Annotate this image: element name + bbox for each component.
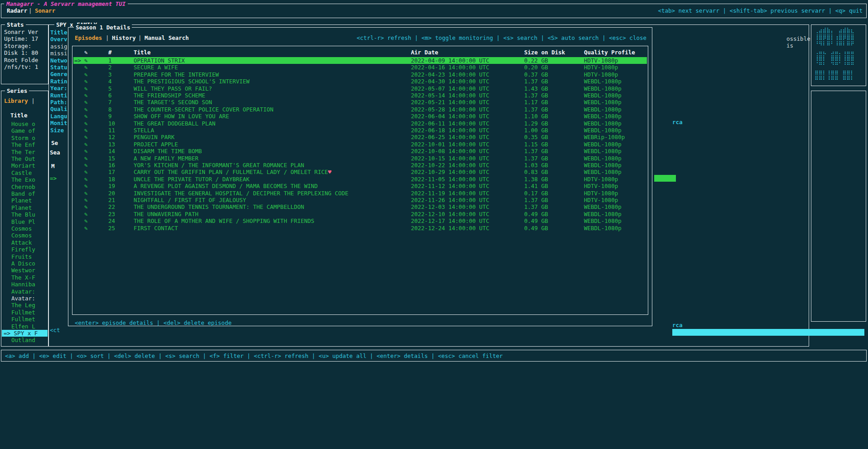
episode-row[interactable]: ✎10THE GREAT DODGEBALL PLAN2022-06-11 14…: [73, 120, 647, 127]
stats-line: Root Folde: [4, 57, 47, 63]
episode-row[interactable]: ✎25FIRST CONTACT2022-12-24 14:00:00 UTC0…: [73, 225, 647, 232]
detail-field-fragment: Genre: [50, 71, 68, 77]
series-item[interactable]: Storm o: [2, 135, 48, 141]
series-item[interactable]: => SPY x F: [2, 330, 48, 337]
managarr-logo-art: ⢀⣴⣾⣷⡄⠀⣴⣾⣷⣆⠀ ⢸⣿⡿⣿⡇⢰⣿⡿⣿⣿⠀ ⠘⠻⠇⠿⠃⠸⠿⠇⠿⠟⠀ ⢀⣤⣄⠀…: [815, 27, 866, 82]
episode-row[interactable]: ✎3PREPARE FOR THE INTERVIEW2022-04-23 14…: [73, 71, 647, 78]
episode-row[interactable]: ✎14DISARM THE TIME BOMB2022-10-08 14:00:…: [73, 148, 647, 154]
episode-row[interactable]: ✎7THE TARGET'S SECOND SON2022-05-21 14:0…: [73, 99, 647, 106]
episode-row[interactable]: =>✎1OPERATION STRIX2022-04-09 14:00:00 U…: [73, 57, 647, 64]
episode-row[interactable]: ✎16YOR'S KITCHEN / THE INFORMANT'S GREAT…: [73, 162, 647, 169]
series-item[interactable]: Outland: [2, 337, 48, 343]
series-item[interactable]: House o: [2, 121, 48, 127]
series-item[interactable]: The Enf: [2, 141, 48, 148]
episode-row[interactable]: ✎13PROJECT APPLE2022-10-01 14:00:00 UTC1…: [73, 141, 647, 148]
episode-title: FIRST CONTACT: [134, 225, 178, 232]
episode-size: 0.17 GB: [524, 190, 548, 197]
title-column-header: Title: [134, 49, 151, 56]
episode-quality-profile: HDTV-1080p: [584, 71, 618, 78]
episode-row[interactable]: ✎17CARRY OUT THE GRIFFIN PLAN / FULLMETA…: [73, 169, 647, 175]
series-item[interactable]: Blue Pl: [2, 218, 48, 225]
tab-radarr[interactable]: Radarr: [7, 7, 27, 14]
episode-size: 1.37 GB: [524, 148, 548, 154]
series-item[interactable]: Castle: [2, 169, 48, 176]
series-panel: Series Library | Title House oGame ofSto…: [1, 91, 48, 347]
episode-size: 1.37 GB: [524, 203, 548, 210]
episode-row[interactable]: ✎19A REVENGE PLOT AGAINST DESMOND / MAMA…: [73, 183, 647, 189]
tab-manual-search[interactable]: Manual Search: [145, 34, 189, 41]
episode-air-date: 2022-10-15 14:00:00 UTC: [411, 155, 489, 162]
episode-row[interactable]: ✎12PENGUIN PARK2022-06-25 14:00:00 UTC0.…: [73, 134, 647, 140]
tab-sonarr[interactable]: Sonarr: [35, 7, 55, 14]
tab-library[interactable]: Library |: [4, 97, 35, 104]
episode-number: 10: [108, 120, 115, 127]
season-details-popup: Season 1 Details Episodes | History | Ma…: [68, 27, 652, 326]
series-item[interactable]: Cosmos: [2, 225, 48, 232]
episode-size: 0.49 GB: [524, 211, 548, 217]
series-item[interactable]: The X-F: [2, 274, 48, 281]
episode-row[interactable]: ✎5WILL THEY PASS OR FAIL?2022-05-07 14:0…: [73, 85, 647, 92]
series-item[interactable]: Planet: [2, 204, 48, 211]
detail-field-fragment: Langu: [50, 113, 68, 120]
episode-number: 24: [108, 217, 115, 224]
episode-row[interactable]: ✎21NIGHTFALL / FIRST FIT OF JEALOUSY2022…: [73, 197, 647, 203]
series-item[interactable]: Chernob: [2, 183, 48, 190]
episode-row[interactable]: ✎15A NEW FAMILY MEMBER2022-10-15 14:00:0…: [73, 155, 647, 162]
series-item[interactable]: Fruits: [2, 253, 48, 260]
episode-row[interactable]: ✎6THE FRIENDSHIP SCHEME2022-05-14 14:00:…: [73, 92, 647, 99]
series-item[interactable]: Moriart: [2, 162, 48, 169]
series-item[interactable]: The Blu: [2, 211, 48, 218]
tab-separator: |: [29, 7, 32, 14]
episode-size: 0.20 GB: [524, 64, 548, 71]
library-tab-suffix: |: [28, 97, 35, 104]
stats-line: Storage:: [4, 43, 47, 49]
edit-pencil-icon: ✎: [84, 106, 88, 113]
detail-field-fragment: Monit: [50, 120, 68, 126]
tab-history[interactable]: History: [112, 34, 136, 41]
detail-field-fragment: assig: [50, 43, 68, 50]
detail-field-fragment: Title: [50, 29, 68, 36]
series-item[interactable]: Planet: [2, 197, 48, 204]
episode-title: NIGHTFALL / FIRST FIT OF JEALOUSY: [134, 197, 246, 203]
episode-row[interactable]: ✎23THE UNWAVERING PATH2022-12-10 14:00:0…: [73, 211, 647, 217]
episode-title: THE PRESTIGIOUS SCHOOL'S INTERVIEW: [134, 78, 250, 85]
episode-number: 12: [108, 134, 115, 140]
series-item[interactable]: The Out: [2, 155, 48, 162]
series-item[interactable]: Fullmet: [2, 309, 48, 316]
series-item[interactable]: Band of: [2, 190, 48, 197]
series-item[interactable]: Westwor: [2, 267, 48, 274]
edit-pencil-icon: ✎: [84, 113, 88, 120]
episode-row[interactable]: ✎18UNCLE THE PRIVATE TUTOR / DAYBREAK202…: [73, 176, 647, 183]
episode-size: 0.49 GB: [524, 217, 548, 224]
episode-title: UNCLE THE PRIVATE TUTOR / DAYBREAK: [134, 176, 250, 183]
series-item[interactable]: Avatar:: [2, 295, 48, 302]
episode-row[interactable]: ✎8THE COUNTER-SECRET POLICE COVER OPERAT…: [73, 106, 647, 113]
series-item[interactable]: The Leg: [2, 302, 48, 309]
bottom-command-bar: <a> add | <e> edit | <o> sort | <del> de…: [1, 350, 867, 362]
episode-row[interactable]: ✎11STELLA2022-06-18 14:00:00 UTC1.00 GBW…: [73, 127, 647, 134]
series-item[interactable]: Attack: [2, 239, 48, 246]
series-item[interactable]: Hanniba: [2, 281, 48, 288]
series-item[interactable]: Game of: [2, 127, 48, 134]
series-item[interactable]: A Disco: [2, 260, 48, 267]
series-item[interactable]: Fullmet: [2, 316, 48, 323]
episode-title: CARRY OUT THE GRIFFIN PLAN / FULLMETAL L…: [134, 169, 328, 175]
series-item[interactable]: The Exo: [2, 176, 48, 183]
series-item[interactable]: Cosmos: [2, 232, 48, 239]
episode-size: 1.43 GB: [524, 85, 548, 92]
episode-row[interactable]: ✎24THE ROLE OF A MOTHER AND WIFE / SHOPP…: [73, 217, 647, 224]
episode-quality-profile: WEBDL-1080p: [584, 99, 622, 106]
series-item[interactable]: Elfen L: [2, 323, 48, 330]
series-item[interactable]: The Ter: [2, 149, 48, 155]
episode-row[interactable]: ✎20INVESTIGATE THE GENERAL HOSPITAL / DE…: [73, 190, 647, 197]
selected-row-fragment-cyan: [672, 329, 864, 336]
tab-episodes[interactable]: Episodes: [75, 34, 102, 41]
series-item[interactable]: Firefly: [2, 246, 48, 253]
detail-field-fragment: Year:: [50, 85, 68, 92]
episode-row[interactable]: ✎22THE UNDERGROUND TENNIS TOURNAMENT: TH…: [73, 203, 647, 210]
episode-size: 0.35 GB: [524, 134, 548, 140]
episode-row[interactable]: ✎9SHOW OFF HOW IN LOVE YOU ARE2022-06-04…: [73, 113, 647, 120]
episode-row[interactable]: ✎2SECURE A WIFE2022-04-16 14:00:00 UTC0.…: [73, 64, 647, 71]
episode-row[interactable]: ✎4THE PRESTIGIOUS SCHOOL'S INTERVIEW2022…: [73, 78, 647, 85]
series-item[interactable]: Avatar:: [2, 288, 48, 295]
